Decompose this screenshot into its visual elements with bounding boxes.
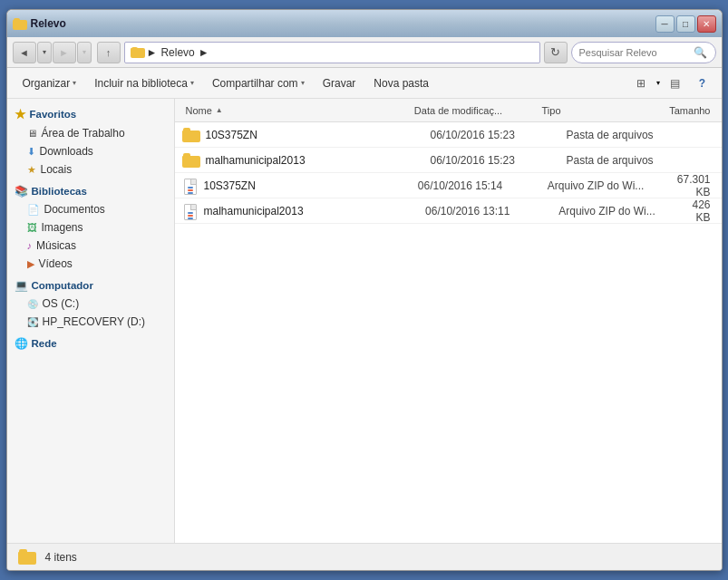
zip-icon xyxy=(182,202,199,220)
share-button[interactable]: Compartilhar com ▾ xyxy=(204,72,313,95)
refresh-button[interactable]: ↻ xyxy=(544,42,568,63)
forward-dropdown-button[interactable]: ▾ xyxy=(77,42,92,63)
sidebar-item-hp-recovery[interactable]: 💽 HP_RECOVERY (D:) xyxy=(7,313,174,331)
file-size-cell: 426 KB xyxy=(684,198,717,224)
title-bar-left: Relevo xyxy=(13,17,66,30)
file-list: Nome ▲ Data de modificaç... Tipo Tamanho… xyxy=(175,99,722,543)
forward-button[interactable]: ► xyxy=(53,42,76,63)
zip-icon xyxy=(182,177,199,195)
file-date-cell: 06/10/2016 15:23 xyxy=(423,154,559,167)
file-name-cell: 10S375ZN xyxy=(179,128,423,142)
window-icon xyxy=(13,18,27,30)
file-name-cell: malhamunicipal2013 xyxy=(179,202,419,220)
desktop-icon: 🖥 xyxy=(27,128,37,139)
network-icon: 🌐 xyxy=(15,337,28,350)
disk-d-icon: 💽 xyxy=(27,317,38,327)
sort-arrow: ▲ xyxy=(216,106,223,114)
table-row[interactable]: malhamunicipal2013 06/10/2016 15:23 Past… xyxy=(175,148,722,173)
places-icon: ★ xyxy=(27,164,36,176)
favorites-header[interactable]: ★ Favoritos xyxy=(7,104,174,124)
sidebar-item-videos[interactable]: ▶ Vídeos xyxy=(7,255,174,273)
table-row[interactable]: malhamunicipal2013 06/10/2016 13:11 Arqu… xyxy=(175,198,722,224)
disk-c-icon: 💿 xyxy=(27,299,38,309)
nav-buttons: ◄ ▾ ► ▾ xyxy=(13,42,92,63)
col-header-date[interactable]: Data de modificaç... xyxy=(407,105,535,116)
toolbar-right: ⊞ ▾ ▤ ? xyxy=(629,72,714,95)
file-list-header: Nome ▲ Data de modificaç... Tipo Tamanho xyxy=(175,99,722,122)
search-box[interactable]: 🔍 xyxy=(571,42,716,63)
view-arrow[interactable]: ▾ xyxy=(656,79,660,87)
col-header-name[interactable]: Nome ▲ xyxy=(179,105,407,116)
sidebar-item-locais[interactable]: ★ Locais xyxy=(7,160,174,179)
sidebar-item-documentos[interactable]: 📄 Documentos xyxy=(7,200,174,218)
sidebar-item-imagens[interactable]: 🖼 Imagens xyxy=(7,218,174,237)
col-header-size[interactable]: Tamanho xyxy=(662,105,717,116)
table-row[interactable]: 10S375ZN 06/10/2016 15:23 Pasta de arqui… xyxy=(175,122,722,148)
file-size-cell: 67.301 KB xyxy=(670,173,718,198)
organize-button[interactable]: Organizar ▾ xyxy=(15,72,85,95)
file-name-cell: 10S375ZN xyxy=(179,177,411,195)
main-window: Relevo ─ □ ✕ ◄ ▾ ► ▾ ↑ ► Relevo ► ↻ 🔍 xyxy=(6,9,723,571)
new-folder-button[interactable]: Nova pasta xyxy=(365,72,437,95)
computer-section: 💻 Computador 💿 OS (C:) 💽 HP_RECOVERY (D:… xyxy=(7,276,174,331)
path-segment: Relevo xyxy=(160,46,194,59)
maximize-button[interactable]: □ xyxy=(676,15,695,33)
folder-icon xyxy=(182,128,200,142)
address-bar: ◄ ▾ ► ▾ ↑ ► Relevo ► ↻ 🔍 xyxy=(7,37,722,68)
sidebar-item-musicas[interactable]: ♪ Músicas xyxy=(7,237,174,255)
libraries-icon: 📚 xyxy=(15,185,28,198)
path-arrow: ► xyxy=(147,46,158,59)
folder-icon xyxy=(182,153,200,168)
window-title: Relevo xyxy=(31,17,66,30)
computer-header[interactable]: 💻 Computador xyxy=(7,276,174,295)
address-path[interactable]: ► Relevo ► xyxy=(124,42,540,63)
details-view-button[interactable]: ▤ xyxy=(664,72,687,95)
sidebar-item-area-trabalho[interactable]: 🖥 Área de Trabalho xyxy=(7,124,174,142)
search-icon[interactable]: 🔍 xyxy=(694,45,708,60)
file-type-cell: Arquivo ZIP do Wi... xyxy=(551,205,684,218)
libraries-header[interactable]: 📚 Bibliotecas xyxy=(7,182,174,200)
library-button[interactable]: Incluir na biblioteca ▾ xyxy=(86,72,202,95)
videos-icon: ▶ xyxy=(27,258,34,270)
table-row[interactable]: 10S375ZN 06/10/2016 15:14 Arquivo ZIP do… xyxy=(175,173,722,198)
file-date-cell: 06/10/2016 13:11 xyxy=(418,205,551,218)
path-arrow2: ► xyxy=(199,46,209,59)
title-bar: Relevo ─ □ ✕ xyxy=(7,10,722,37)
file-name-cell: malhamunicipal2013 xyxy=(179,153,423,168)
libraries-section: 📚 Bibliotecas 📄 Documentos 🖼 Imagens ♪ M… xyxy=(7,182,174,273)
sidebar-item-downloads[interactable]: ⬇ Downloads xyxy=(7,142,174,160)
network-section: 🌐 Rede xyxy=(7,334,174,353)
help-button[interactable]: ? xyxy=(691,72,714,95)
organize-arrow: ▾ xyxy=(73,79,76,87)
burn-button[interactable]: Gravar xyxy=(315,72,364,95)
share-arrow: ▾ xyxy=(301,79,305,87)
downloads-icon: ⬇ xyxy=(27,146,35,158)
images-icon: 🖼 xyxy=(27,222,37,233)
toolbar: Organizar ▾ Incluir na biblioteca ▾ Comp… xyxy=(7,68,722,99)
path-folder-icon xyxy=(131,47,143,58)
library-arrow: ▾ xyxy=(190,79,194,87)
status-count: 4 itens xyxy=(45,551,77,564)
file-date-cell: 06/10/2016 15:14 xyxy=(411,179,540,192)
file-date-cell: 06/10/2016 15:23 xyxy=(423,129,559,141)
sidebar: ★ Favoritos 🖥 Área de Trabalho ⬇ Downloa… xyxy=(7,99,175,543)
network-header[interactable]: 🌐 Rede xyxy=(7,334,174,353)
file-type-cell: Pasta de arquivos xyxy=(559,129,695,141)
status-bar: 4 itens xyxy=(7,543,722,570)
favorites-star-icon: ★ xyxy=(15,107,26,121)
view-options-button[interactable]: ⊞ xyxy=(629,72,653,95)
back-dropdown-button[interactable]: ▾ xyxy=(37,42,52,63)
col-header-type[interactable]: Tipo xyxy=(535,105,663,116)
title-controls: ─ □ ✕ xyxy=(655,15,716,33)
minimize-button[interactable]: ─ xyxy=(655,15,675,33)
file-type-cell: Pasta de arquivos xyxy=(559,154,695,167)
search-input[interactable] xyxy=(579,47,690,58)
back-button[interactable]: ◄ xyxy=(13,42,36,63)
file-type-cell: Arquivo ZIP do Wi... xyxy=(540,179,670,192)
music-icon: ♪ xyxy=(27,240,33,251)
computer-icon: 💻 xyxy=(15,279,28,292)
sidebar-item-os-c[interactable]: 💿 OS (C:) xyxy=(7,295,174,313)
up-button[interactable]: ↑ xyxy=(97,42,121,63)
close-button[interactable]: ✕ xyxy=(697,15,716,33)
documents-icon: 📄 xyxy=(27,204,40,216)
